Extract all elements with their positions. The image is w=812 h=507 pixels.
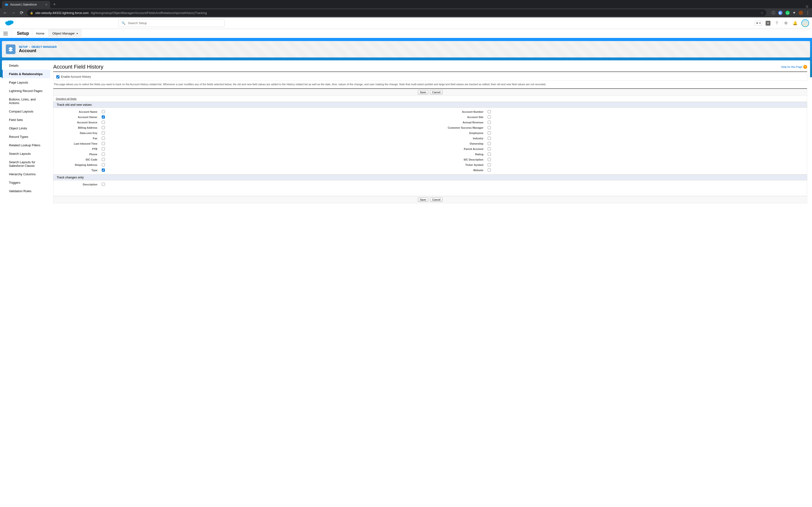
field-row: Rating [355,152,807,157]
field-checkbox[interactable] [102,153,105,156]
enable-history-row: Enable Account History [53,73,807,80]
field-row: SIC Code [53,157,355,162]
sidebar-item[interactable]: Lightning Record Pages [2,87,50,95]
field-checkbox[interactable] [488,115,491,119]
forward-button[interactable]: → [11,10,16,15]
sidebar-item[interactable]: Record Types [2,132,50,141]
field-checkbox[interactable] [102,147,105,151]
deselect-all-link[interactable]: Deselect all fields [53,96,807,102]
field-checkbox[interactable] [488,158,491,161]
field-row: Ticker Symbol [355,162,807,168]
field-checkbox[interactable] [102,163,105,166]
field-checkbox[interactable] [488,137,491,140]
field-checkbox[interactable] [102,110,105,113]
field-checkbox[interactable] [102,142,105,145]
field-label: Description [53,183,102,186]
salesforce-header: 🔍 Search Setup ★▾ + ? ⚙ 🔔 [0,17,812,29]
breadcrumb-object-manager[interactable]: OBJECT MANAGER [32,45,57,48]
sidebar-item[interactable]: Related Lookup Filters [2,141,50,150]
menu-icon[interactable]: ⋮ [806,11,810,15]
field-label: SIC Description [355,158,488,161]
help-link[interactable]: Help for this Page ? [781,65,807,69]
help-icon[interactable]: ? [774,20,779,26]
field-checkbox[interactable] [488,147,491,151]
new-tab-button[interactable]: + [50,1,59,8]
info-icon[interactable]: ⓘ [772,11,775,15]
field-checkbox[interactable] [488,153,491,156]
field-row: Account Source [53,120,355,125]
salesforce-logo-icon[interactable] [3,19,14,27]
tab-object-manager[interactable]: Object Manager ▾ [48,29,82,39]
app-launcher-icon[interactable] [2,30,12,37]
enable-history-checkbox[interactable] [56,75,59,78]
sidebar-item[interactable]: Triggers [2,178,50,187]
sidebar-item[interactable]: Compact Layouts [2,107,50,116]
field-grid: Account NameAccount OwnerAccount SourceB… [53,108,807,175]
changes-only-grid: Description [53,180,807,196]
field-checkbox[interactable] [102,183,105,186]
sidebar-item[interactable]: Hierarchy Columns [2,170,50,178]
field-checkbox[interactable] [102,121,105,124]
sidebar-item[interactable]: Field Sets [2,116,50,124]
save-button[interactable]: Save [418,90,428,95]
extensions-icon[interactable]: ✦ [793,11,796,15]
breadcrumb: SETUP › OBJECT MANAGER [19,45,57,48]
field-checkbox[interactable] [488,131,491,134]
field-checkbox[interactable] [488,169,491,172]
extension-1-icon[interactable]: ◐ [778,11,782,15]
cancel-button[interactable]: Cancel [430,90,443,95]
sidebar-item[interactable]: Fields & Relationships [2,70,50,78]
bell-icon[interactable]: 🔔 [792,20,798,26]
sidebar-item[interactable]: Page Layouts [2,78,50,87]
sidebar-item[interactable]: Buttons, Links, and Actions [2,95,50,107]
field-row: Description [53,182,355,187]
field-checkbox[interactable] [102,126,105,129]
field-checkbox[interactable] [488,126,491,129]
profile-icon[interactable] [799,11,803,15]
field-checkbox[interactable] [102,131,105,134]
field-checkbox[interactable] [102,137,105,140]
field-row: PTB [53,146,355,152]
field-row: Employees [355,130,807,136]
field-checkbox[interactable] [102,169,105,172]
field-row: Customer Success Manager [355,125,807,130]
field-label: Account Site [355,116,488,119]
chevron-down-icon: ▾ [759,21,761,24]
window-control-icon[interactable]: ⊙ [806,5,812,8]
search-input[interactable]: 🔍 Search Setup [118,19,225,27]
star-icon[interactable]: ☆ [761,11,763,15]
gear-icon[interactable]: ⚙ [783,20,789,26]
field-label: Rating [355,153,488,156]
field-checkbox[interactable] [488,121,491,124]
breadcrumb-setup[interactable]: SETUP [19,45,28,48]
field-label: Phone [53,153,102,156]
sidebar-item[interactable]: Search Layouts [2,150,50,158]
cancel-button-bottom[interactable]: Cancel [430,198,443,202]
field-row: Data.com Key [53,130,355,136]
sidebar-item[interactable]: Object Limits [2,124,50,132]
browser-tab[interactable]: Account | Salesforce × [2,1,50,8]
field-checkbox[interactable] [488,142,491,145]
save-button-bottom[interactable]: Save [418,198,428,202]
description-text: This page allows you to select the field… [54,82,807,87]
favorites-button[interactable]: ★▾ [755,20,762,25]
extension-2-icon[interactable]: G [785,11,790,15]
back-button[interactable]: ← [2,10,8,15]
field-label: Account Owner [53,116,102,119]
field-checkbox[interactable] [102,158,105,161]
sidebar-item[interactable]: Details [2,61,50,70]
field-checkbox[interactable] [488,110,491,113]
tab-home[interactable]: Home [32,29,48,38]
field-label: Fax [53,137,102,140]
field-row: Ownership [355,141,807,146]
url-input[interactable]: 🔒 site-velocity-84332.lightning.force.co… [27,9,766,16]
global-actions-button[interactable]: + [766,21,770,25]
avatar[interactable] [801,19,809,27]
field-label: Customer Success Manager [355,126,488,129]
sidebar-item[interactable]: Search Layouts for Salesforce Classic [2,158,50,170]
field-checkbox[interactable] [102,115,105,119]
sidebar-item[interactable]: Validation Rules [2,187,50,195]
reload-button[interactable]: ⟳ [19,10,24,15]
close-tab-icon[interactable]: × [45,3,47,6]
field-checkbox[interactable] [488,163,491,166]
